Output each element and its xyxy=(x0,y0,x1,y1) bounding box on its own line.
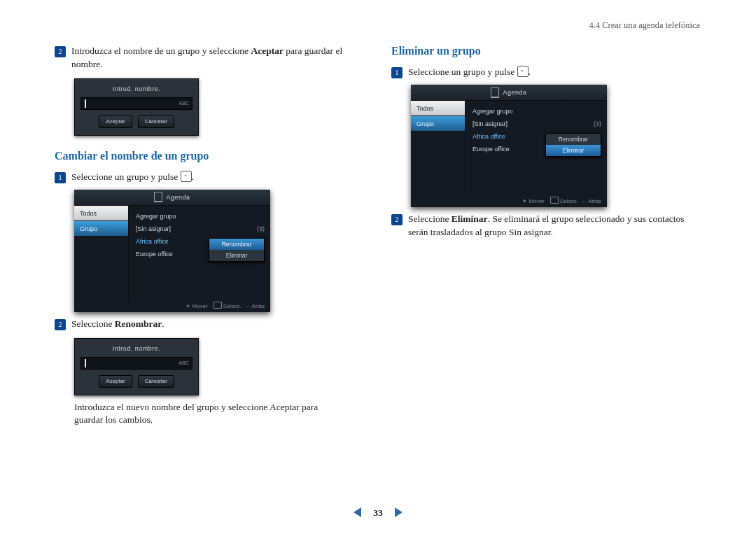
step-text: Seleccione un grupo y pulse . xyxy=(71,171,365,184)
tab-todos[interactable]: Todos xyxy=(411,101,465,116)
ime-indicator: ABC xyxy=(179,100,189,107)
step-2-renombrar: 2 Seleccione Renombrar. xyxy=(55,318,365,331)
panel-label: Introd. nombre. xyxy=(80,85,192,94)
row-add-group[interactable]: Agregar grupo xyxy=(136,210,265,223)
ime-indicator: ABC xyxy=(179,360,189,367)
enter-key-icon xyxy=(181,171,192,182)
ctx-rename[interactable]: Renombrar xyxy=(209,239,264,250)
ctx-delete[interactable]: Eliminar xyxy=(209,250,264,261)
tail-paragraph: Introduzca el nuevo nombre del grupo y s… xyxy=(74,401,333,428)
agenda-icon xyxy=(154,192,162,202)
two-column-layout: 2 Introduzca el nombre de un grupo y sel… xyxy=(0,0,756,427)
label: Europe office xyxy=(472,143,510,155)
step-number: 1 xyxy=(391,67,402,78)
text-field[interactable]: ABC xyxy=(80,97,192,110)
agenda-main: Agregar grupo [Sin asignar](3) Africa of… xyxy=(129,206,270,301)
agenda-footer: ✦ Mover Selecc. ← Atrás xyxy=(74,301,270,312)
agenda-sidebar: Todos Grupo xyxy=(74,206,129,301)
agenda-footer: ✦ Mover Selecc. ← Atrás xyxy=(411,196,607,207)
label: Africa office xyxy=(472,130,505,143)
left-column: 2 Introduzca el nombre de un grupo y sel… xyxy=(55,41,365,427)
t: Seleccione un grupo y pulse xyxy=(71,171,181,182)
foot-select-icon xyxy=(214,302,222,309)
label: Africa office xyxy=(136,235,169,248)
t: . xyxy=(162,318,164,329)
agenda-body: Todos Grupo Agregar grupo [Sin asignar](… xyxy=(74,206,270,301)
step-1-select: 1 Seleccione un grupo y pulse . xyxy=(391,66,701,79)
period: . xyxy=(192,171,194,182)
t: Introduzca el nombre de un grupo y selec… xyxy=(71,45,251,56)
label: Europe office xyxy=(136,248,173,260)
step-number: 2 xyxy=(55,319,66,330)
cancel-button[interactable]: Cancelar xyxy=(138,375,174,387)
button-row: Aceptar Cancelar xyxy=(80,115,192,127)
section-header: 4.4 Crear una agenda telefónica xyxy=(589,20,700,32)
bold: Aceptar xyxy=(251,45,283,56)
sidebar-filler xyxy=(74,237,129,301)
tab-grupo[interactable]: Grupo xyxy=(411,116,465,132)
foot-back: Atrás xyxy=(588,198,601,204)
agenda-icon xyxy=(491,87,499,98)
t: Seleccione xyxy=(71,318,115,329)
page-navigation: 33 xyxy=(0,507,756,521)
foot-select: Selecc. xyxy=(223,303,241,309)
step-1-select: 1 Seleccione un grupo y pulse . xyxy=(55,171,365,184)
cancel-button[interactable]: Cancelar xyxy=(138,115,174,127)
page-number: 33 xyxy=(373,507,383,518)
ctx-delete[interactable]: Eliminar xyxy=(546,145,601,156)
row-add-group[interactable]: Agregar grupo xyxy=(472,105,601,118)
agenda-panel-delete: Agenda Todos Grupo Agregar grupo [Sin as… xyxy=(411,85,607,207)
heading-delete-group: Eliminar un grupo xyxy=(391,43,701,59)
foot-back: Atrás xyxy=(251,303,265,309)
ctx-rename[interactable]: Renombrar xyxy=(546,134,601,145)
count: (3) xyxy=(594,118,601,130)
bold: Renombrar xyxy=(115,318,162,329)
foot-move-icon: ✦ xyxy=(522,198,527,204)
context-menu: Renombrar Eliminar xyxy=(545,133,601,157)
agenda-sidebar: Todos Grupo xyxy=(411,101,465,196)
name-entry-panel: Introd. nombre. ABC Aceptar Cancelar xyxy=(74,338,199,395)
label: [Sin asignar] xyxy=(472,118,507,130)
right-column: Eliminar un grupo 1 Seleccione un grupo … xyxy=(391,41,701,427)
tab-grupo[interactable]: Grupo xyxy=(74,221,129,237)
agenda-main: Agregar grupo [Sin asignar](3) Africa of… xyxy=(465,101,607,196)
agenda-title: Agenda xyxy=(503,88,526,97)
label: Agregar grupo xyxy=(472,105,513,118)
label: [Sin asignar] xyxy=(136,223,171,235)
row-unassigned[interactable]: [Sin asignar](3) xyxy=(136,223,265,235)
accept-button[interactable]: Aceptar xyxy=(99,115,132,127)
agenda-panel-rename: Agenda Todos Grupo Agregar grupo [Sin as… xyxy=(74,190,270,312)
tab-todos[interactable]: Todos xyxy=(74,206,129,221)
label: Agregar grupo xyxy=(136,210,176,223)
step-number: 1 xyxy=(55,172,66,183)
agenda-titlebar: Agenda xyxy=(74,190,270,206)
bold: Eliminar xyxy=(451,213,488,224)
manual-page: 4.4 Crear una agenda telefónica 2 Introd… xyxy=(0,0,756,534)
step-2-eliminar: 2 Seleccione Eliminar. Se eliminará el g… xyxy=(391,213,701,239)
step-number: 2 xyxy=(391,214,402,225)
text-field[interactable]: ABC xyxy=(80,357,192,370)
t: Seleccione xyxy=(408,213,451,224)
accept-button[interactable]: Aceptar xyxy=(99,375,132,387)
agenda-body: Todos Grupo Agregar grupo [Sin asignar](… xyxy=(411,101,607,196)
foot-select-icon xyxy=(550,197,559,204)
panel-label: Introd. nombre. xyxy=(80,344,192,353)
heading-rename-group: Cambiar el nombre de un grupo xyxy=(55,148,365,164)
context-menu: Renombrar Eliminar xyxy=(209,238,265,262)
t: Seleccione un grupo y pulse xyxy=(408,66,517,77)
text-cursor xyxy=(85,359,86,367)
agenda-titlebar: Agenda xyxy=(411,85,607,101)
next-page-icon[interactable] xyxy=(395,507,402,517)
foot-move-icon: ✦ xyxy=(186,303,190,309)
foot-move: Mover xyxy=(528,198,544,204)
count: (3) xyxy=(257,223,265,235)
period: . xyxy=(528,66,531,77)
row-unassigned[interactable]: [Sin asignar](3) xyxy=(472,118,601,130)
step-text: Introduzca el nombre de un grupo y selec… xyxy=(71,45,365,71)
prev-page-icon[interactable] xyxy=(354,507,361,517)
foot-move: Mover xyxy=(192,303,207,309)
step-text: Seleccione Eliminar. Se eliminará el gru… xyxy=(408,213,701,239)
sidebar-filler xyxy=(411,132,465,196)
button-row: Aceptar Cancelar xyxy=(80,375,192,387)
agenda-title: Agenda xyxy=(166,193,190,202)
